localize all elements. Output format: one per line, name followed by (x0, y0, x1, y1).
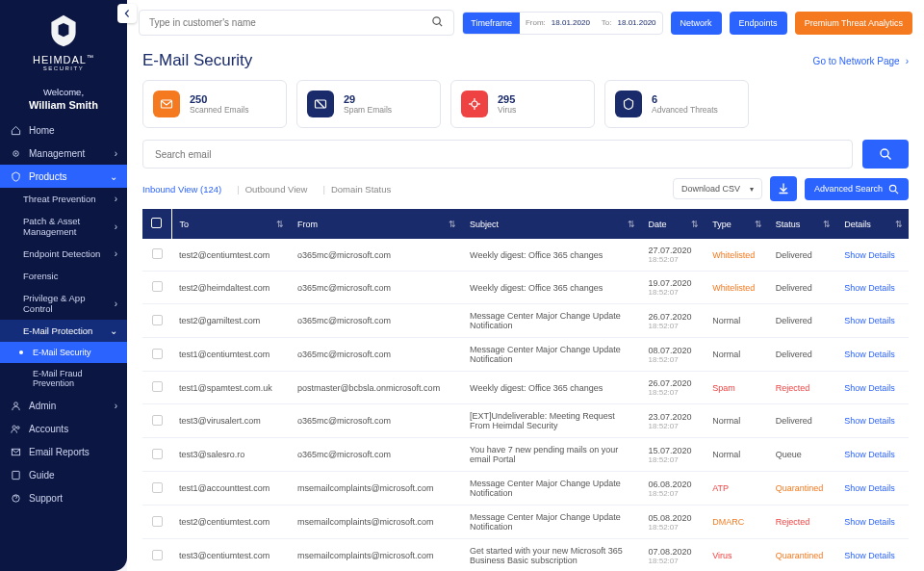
cell-date: 27.07.202018:52:07 (641, 239, 706, 272)
link-label: Go to Network Page (813, 56, 900, 66)
network-button[interactable]: Network (671, 12, 722, 35)
cell-type: ATP (705, 472, 767, 506)
row-checkbox[interactable] (152, 516, 163, 527)
select-all-checkbox[interactable] (151, 218, 162, 228)
column-to[interactable]: To⇅ (171, 209, 290, 239)
customer-search-input[interactable] (149, 17, 431, 28)
table-row: test3@salesro.roo365mc@microsoft.comYou … (142, 438, 909, 472)
tab-inbound[interactable]: Inbound View (124) (142, 184, 231, 195)
row-checkbox[interactable] (152, 550, 163, 560)
table-row: test3@centiumtest.commsemailcomplaints@m… (142, 539, 909, 572)
download-button[interactable] (770, 176, 797, 201)
tab-domain-status[interactable]: Domain Status (331, 184, 400, 195)
search-icon (879, 147, 892, 161)
sidebar-item-email-fraud[interactable]: E-Mail Fraud Prevention (0, 363, 127, 394)
go-to-network-link[interactable]: Go to Network Page › (813, 56, 909, 66)
cell-status: Delivered (768, 304, 837, 338)
sidebar: HEIMDAL™ SECURITY Welcome, William Smith… (0, 0, 127, 571)
show-details-link[interactable]: Show Details (844, 450, 895, 459)
sidebar-item-guide[interactable]: Guide (0, 463, 127, 486)
stat-label: Scanned Emails (190, 105, 248, 115)
timeframe-picker[interactable]: Timeframe From: 18.01.2020 To: 18.01.202… (462, 12, 662, 35)
row-checkbox[interactable] (152, 449, 163, 459)
sidebar-item-patch-asset[interactable]: Patch & Asset Management› (0, 210, 127, 243)
advanced-search-button[interactable]: Advanced Search (805, 178, 909, 200)
email-search-button[interactable] (862, 140, 909, 169)
show-details-link[interactable]: Show Details (844, 283, 895, 293)
chevron-right-icon: › (115, 248, 117, 259)
sidebar-item-support[interactable]: Support (0, 486, 127, 509)
sort-icon: ⇅ (449, 220, 456, 229)
download-csv-dropdown[interactable]: Download CSV (673, 178, 762, 199)
sidebar-item-endpoint-detection[interactable]: Endpoint Detection› (0, 243, 127, 265)
column-from[interactable]: From⇅ (290, 209, 462, 239)
show-details-link[interactable]: Show Details (844, 517, 895, 527)
brand-sub: SECURITY (0, 65, 127, 71)
sidebar-item-threat-prevention[interactable]: Threat Prevention› (0, 188, 127, 210)
sidebar-collapse-button[interactable] (117, 4, 137, 23)
table-row: test1@accounttest.commsemailcomplaints@m… (142, 472, 909, 506)
show-details-link[interactable]: Show Details (844, 350, 895, 359)
row-checkbox[interactable] (152, 248, 163, 259)
sidebar-item-admin[interactable]: Admin› (0, 394, 127, 417)
sidebar-item-label: E-Mail Security (33, 348, 91, 357)
sidebar-item-products[interactable]: Products⌄ (0, 165, 127, 188)
timeframe-to-value: 18.01.2020 (618, 18, 662, 27)
dropdown-label: Download CSV (681, 184, 740, 194)
column-status[interactable]: Status⇅ (768, 209, 837, 239)
show-details-link[interactable]: Show Details (844, 383, 895, 393)
email-search-box[interactable] (142, 140, 853, 169)
sidebar-item-email-reports[interactable]: Email Reports (0, 440, 127, 463)
premium-analytics-button[interactable]: Premium Threat Analytics (795, 12, 912, 35)
sidebar-item-email-security[interactable]: E-Mail Security (0, 342, 127, 363)
svg-point-3 (13, 426, 15, 428)
cell-type: Normal (705, 404, 767, 438)
sidebar-item-label: Email Reports (29, 447, 90, 457)
timeframe-from-value: 18.01.2020 (552, 18, 596, 27)
row-checkbox[interactable] (152, 415, 163, 426)
sidebar-item-accounts[interactable]: Accounts (0, 417, 127, 440)
show-details-link[interactable]: Show Details (844, 551, 895, 560)
sidebar-item-forensic[interactable]: Forensic (0, 265, 127, 287)
cell-type: Whitelisted (705, 239, 767, 272)
cell-type: Whitelisted (705, 272, 767, 304)
page-title: E-Mail Security (142, 51, 252, 70)
endpoints-button[interactable]: Endpoints (730, 12, 787, 35)
column-subject[interactable]: Subject⇅ (462, 209, 640, 239)
cell-status: Quarantined (768, 472, 837, 506)
table-row: test2@heimdaltest.como365mc@microsoft.co… (142, 272, 909, 304)
column-date[interactable]: Date⇅ (641, 209, 706, 239)
cell-to: test1@accounttest.com (171, 472, 290, 506)
sort-icon: ⇅ (823, 220, 831, 229)
show-details-link[interactable]: Show Details (844, 316, 895, 325)
show-details-link[interactable]: Show Details (844, 483, 895, 493)
sidebar-item-label: Forensic (23, 271, 58, 281)
stat-value: 29 (344, 93, 392, 105)
cell-subject: Message Center Major Change Update Notif… (462, 472, 640, 506)
row-checkbox[interactable] (152, 349, 163, 359)
column-details[interactable]: Details⇅ (836, 209, 909, 239)
row-checkbox[interactable] (152, 315, 163, 325)
show-details-link[interactable]: Show Details (844, 250, 895, 260)
cell-date: 19.07.202018:52:07 (641, 272, 706, 304)
email-search-input[interactable] (155, 149, 840, 160)
row-checkbox[interactable] (152, 482, 163, 493)
svg-point-18 (881, 149, 888, 157)
cell-date: 15.07.202018:52:07 (641, 438, 706, 472)
customer-search-box[interactable] (139, 10, 454, 36)
cell-to: test3@centiumtest.com (171, 539, 290, 572)
sidebar-item-privilege-app[interactable]: Privilege & App Control› (0, 287, 127, 320)
cell-to: test3@salesro.ro (171, 438, 290, 472)
shield-icon (10, 170, 21, 182)
sidebar-item-management[interactable]: Management› (0, 142, 127, 165)
column-type[interactable]: Type⇅ (705, 209, 767, 239)
sidebar-item-email-protection[interactable]: E-Mail Protection⌄ (0, 320, 127, 342)
cell-status: Quarantined (768, 539, 837, 572)
show-details-link[interactable]: Show Details (844, 416, 895, 426)
row-checkbox[interactable] (152, 281, 163, 292)
row-checkbox[interactable] (152, 381, 163, 392)
cell-status: Delivered (768, 404, 837, 438)
sidebar-item-home[interactable]: Home (0, 118, 127, 142)
column-checkbox[interactable] (142, 209, 171, 239)
tab-outbound[interactable]: Outbound View (245, 184, 318, 195)
